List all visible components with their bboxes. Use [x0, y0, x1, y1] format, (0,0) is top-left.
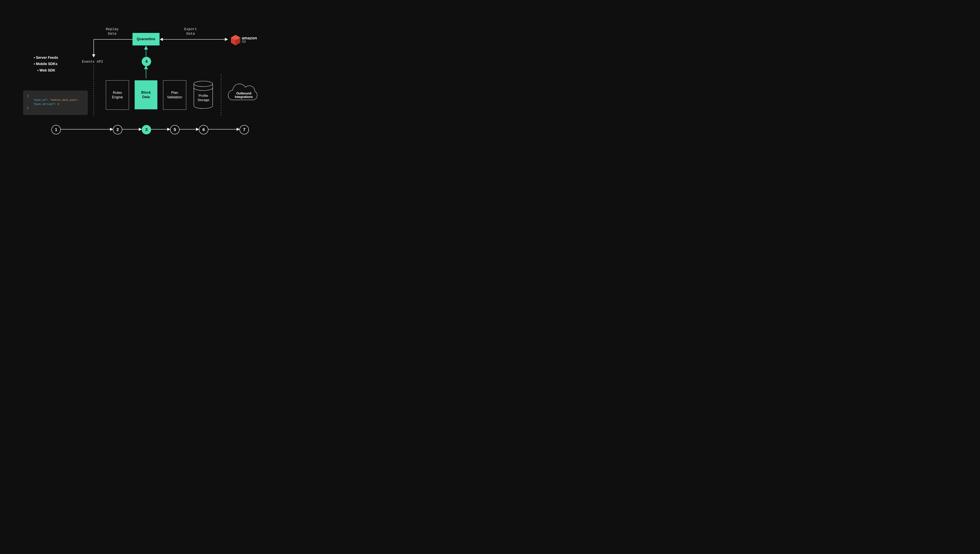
events-api-label: Events API [82, 60, 103, 64]
plan-validation-box: Plan Validation [163, 80, 186, 110]
rules-engine-label: Rules Engine [112, 91, 123, 100]
svg-marker-11 [231, 35, 240, 45]
quarantine-box: Quarantine [132, 33, 159, 45]
outbound-integrations-label: Outbound Integrations [234, 92, 253, 99]
step-number: 7 [243, 127, 245, 132]
step-number: 1 [55, 127, 57, 132]
code-value: "mobile_data_plan" [50, 99, 77, 102]
step-number: 5 [174, 127, 176, 132]
amazon-s3-label: amazon S3 [242, 36, 257, 43]
source-item: Web SDK [37, 67, 58, 73]
block-data-label: Block Data [141, 90, 151, 100]
code-sample: { "plan_id": "mobile_data_plan", "plan_v… [23, 91, 88, 115]
code-key: "plan_id" [33, 99, 47, 102]
replay-data-label: Replay Data [106, 27, 119, 36]
code-value: 2 [57, 103, 59, 106]
source-list: Server Feeds Mobile SDKs Web SDK [34, 54, 58, 73]
rules-engine-box: Rules Engine [106, 80, 129, 110]
svg-marker-12 [231, 35, 240, 40]
svg-marker-13 [236, 38, 240, 45]
step-number: 4 [145, 59, 148, 64]
step-number: 3 [145, 127, 148, 132]
step-3: 3 [142, 125, 151, 134]
step-2: 2 [113, 125, 122, 134]
source-item: Server Feeds [34, 54, 58, 61]
step-7: 7 [239, 125, 249, 134]
s3-icon [231, 35, 240, 45]
code-line: "plan_version": 2 [27, 102, 84, 107]
source-item: Mobile SDKs [34, 61, 58, 67]
code-line: { [27, 94, 84, 98]
s3-brand: amazon [242, 36, 257, 40]
step-4: 4 [142, 57, 151, 66]
export-data-label: Export Data [184, 27, 197, 36]
plan-validation-label: Plan Validation [167, 91, 182, 100]
quarantine-label: Quarantine [137, 37, 155, 41]
block-data-box: Block Data [135, 80, 158, 109]
code-line: "plan_id": "mobile_data_plan", [27, 98, 84, 102]
step-number: 6 [202, 127, 205, 132]
step-6: 6 [199, 125, 208, 134]
step-1: 1 [51, 125, 61, 134]
step-5: 5 [170, 125, 180, 134]
step-number: 2 [116, 127, 119, 132]
s3-service: S3 [242, 40, 257, 43]
code-line: } [27, 106, 84, 110]
diagram-canvas: Replay Data Export Data Quarantine amazo… [0, 0, 296, 166]
code-key: "plan_version" [33, 103, 54, 106]
profile-storage-label: Profile Storage [198, 94, 209, 102]
svg-point-10 [194, 81, 213, 87]
